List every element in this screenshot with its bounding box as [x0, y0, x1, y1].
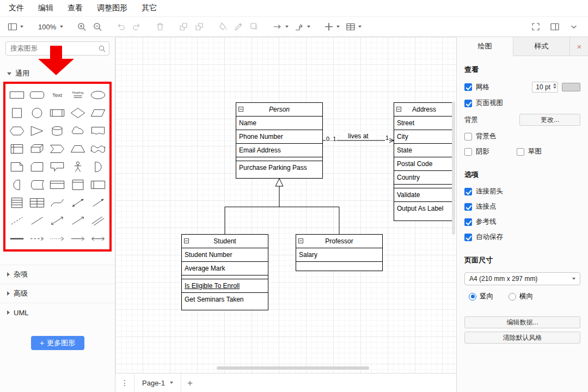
tape-shape[interactable]: [88, 140, 108, 157]
uml-row[interactable]: City: [394, 130, 454, 144]
stepper-up-icon[interactable]: [553, 83, 556, 85]
shadow-button[interactable]: [247, 20, 261, 33]
add-page-button[interactable]: +: [187, 378, 193, 388]
card-shape[interactable]: [27, 158, 47, 175]
rounded-rectangle-shape[interactable]: [27, 86, 47, 103]
connection-points-checkbox[interactable]: [464, 203, 472, 211]
uml-row[interactable]: Is Eligible To Enroll: [182, 279, 268, 293]
circle-shape[interactable]: [27, 104, 47, 121]
stepper-icons[interactable]: [553, 83, 556, 89]
to-front-button[interactable]: [176, 20, 191, 33]
section-misc[interactable]: 杂项: [0, 265, 115, 284]
uml-row[interactable]: Salary: [296, 248, 382, 262]
uml-row[interactable]: Get Seminars Taken: [182, 293, 268, 307]
horizontal-line-shape[interactable]: [7, 230, 27, 247]
delete-button[interactable]: [153, 20, 167, 33]
uml-class-address[interactable]: Address StreetCityStatePostal CodeCountr…: [394, 102, 455, 221]
line-color-button[interactable]: [231, 20, 246, 33]
fullscreen-button[interactable]: [529, 20, 543, 33]
shadow-checkbox[interactable]: [464, 148, 472, 156]
connection-arrows-checkbox[interactable]: [464, 188, 472, 195]
heading-shape[interactable]: Heading: [68, 86, 88, 103]
curve-shape[interactable]: [47, 194, 68, 211]
arrow-shape[interactable]: [88, 194, 108, 211]
menu-edit[interactable]: 编辑: [38, 3, 53, 13]
background-color-checkbox[interactable]: [464, 133, 472, 140]
zoom-out-button[interactable]: [90, 20, 105, 33]
uml-row[interactable]: Street: [394, 117, 454, 130]
process-shape[interactable]: [47, 104, 68, 121]
guides-checkbox[interactable]: [464, 218, 472, 226]
connection-style-button[interactable]: [271, 20, 291, 33]
container-shape[interactable]: [47, 176, 68, 193]
waypoint-style-button[interactable]: [292, 20, 313, 33]
insert-button[interactable]: [322, 20, 342, 33]
more-shapes-button[interactable]: + 更多图形: [31, 336, 84, 350]
bidirectional-arrow-shape[interactable]: [68, 194, 88, 211]
edge-target-cardinality[interactable]: 1: [385, 134, 389, 141]
table-shape-shape[interactable]: [27, 194, 47, 211]
tab-diagram[interactable]: 绘图: [457, 37, 513, 56]
collapse-marker-icon[interactable]: [396, 107, 401, 112]
pages-menu-icon[interactable]: ⋮: [115, 378, 134, 387]
dashed-edge-shape[interactable]: [27, 230, 47, 247]
table-button[interactable]: [344, 20, 364, 33]
cube-shape[interactable]: [27, 140, 47, 157]
edit-data-button[interactable]: 编辑数据...: [464, 316, 580, 328]
diamond-shape[interactable]: [68, 104, 88, 121]
uml-row[interactable]: Student Number: [182, 248, 268, 262]
change-background-button[interactable]: 更改...: [519, 114, 580, 126]
uml-row[interactable]: Phone Number: [236, 130, 322, 144]
line-shape[interactable]: [27, 212, 47, 229]
note-shape[interactable]: [7, 158, 27, 175]
zoom-level-button[interactable]: 100%: [35, 21, 65, 33]
triangle-shape[interactable]: [27, 122, 47, 139]
cylinder-shape[interactable]: [47, 122, 68, 139]
portrait-radio[interactable]: [469, 293, 476, 301]
uml-row[interactable]: Postal Code: [394, 157, 454, 171]
grid-color-swatch[interactable]: [562, 83, 580, 91]
page-tab[interactable]: Page-1: [134, 373, 181, 392]
collapse-marker-icon[interactable]: [238, 107, 243, 112]
close-icon[interactable]: ×: [571, 37, 588, 56]
step-shape[interactable]: [47, 140, 68, 157]
section-advanced[interactable]: 高级: [0, 284, 115, 303]
vertical-scrollbar[interactable]: [452, 101, 455, 235]
fill-color-button[interactable]: [216, 20, 230, 33]
document-shape[interactable]: [88, 122, 108, 139]
text-shape[interactable]: Text: [47, 86, 68, 103]
redo-button[interactable]: [130, 20, 144, 33]
internal-storage-shape[interactable]: [7, 140, 27, 157]
collapse-marker-icon[interactable]: [184, 238, 189, 243]
vertical-container-shape[interactable]: [68, 176, 88, 193]
dashed-line-shape[interactable]: [7, 212, 27, 229]
grid-checkbox[interactable]: [464, 83, 472, 91]
page-size-select[interactable]: A4 (210 mm x 297 mm): [464, 272, 580, 285]
to-back-button[interactable]: [192, 20, 206, 33]
uml-row[interactable]: Purchase Parking Pass: [236, 161, 322, 175]
portrait-option[interactable]: 竖向: [469, 292, 493, 301]
uml-class-professor[interactable]: Professor Salary: [296, 234, 383, 271]
sketch-checkbox[interactable]: [517, 148, 524, 156]
menu-arrange[interactable]: 调整图形: [97, 3, 127, 13]
tab-style[interactable]: 样式: [513, 37, 570, 56]
dotted-edge-shape[interactable]: [47, 230, 68, 247]
landscape-radio[interactable]: [509, 293, 516, 301]
edge-label[interactable]: lives at: [340, 132, 376, 140]
list-shape[interactable]: [7, 194, 27, 211]
uml-row[interactable]: Output As Label: [394, 202, 454, 216]
landscape-option[interactable]: 横向: [509, 292, 533, 301]
uml-class-person[interactable]: Person NamePhone NumberEmail AddressPurc…: [236, 102, 323, 179]
cloud-shape[interactable]: [68, 122, 88, 139]
format-panel-button[interactable]: [548, 20, 562, 33]
clear-default-style-button[interactable]: 清除默认风格: [464, 332, 580, 344]
uml-row[interactable]: Name: [236, 117, 322, 130]
collapse-button[interactable]: [567, 20, 581, 33]
uml-row[interactable]: Country: [394, 171, 454, 185]
directional-connector-shape[interactable]: [68, 212, 88, 229]
page-view-checkbox[interactable]: [464, 100, 472, 107]
uml-row[interactable]: Average Mark: [182, 262, 268, 275]
drawing-canvas[interactable]: Person NamePhone NumberEmail AddressPurc…: [115, 37, 456, 373]
callout-shape[interactable]: [47, 158, 68, 175]
and-shape[interactable]: [7, 176, 27, 193]
